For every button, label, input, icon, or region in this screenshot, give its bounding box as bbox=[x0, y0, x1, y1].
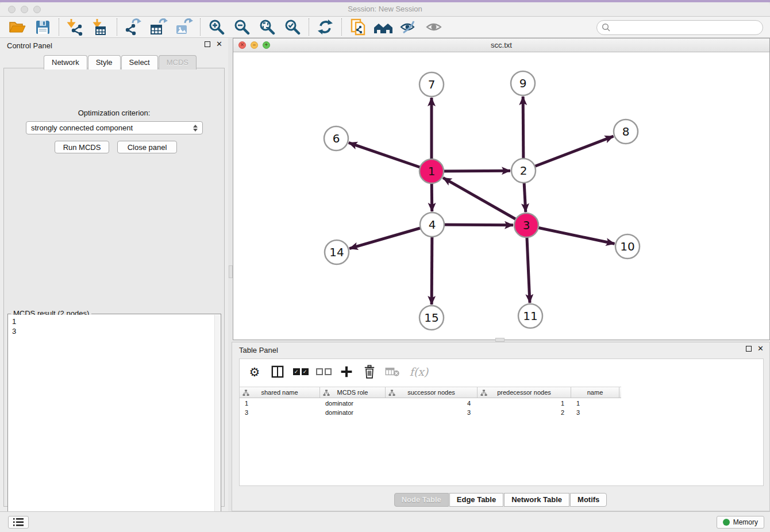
control-panel-tabs: Network Style Select MCDS bbox=[44, 55, 197, 70]
eye-icon bbox=[425, 20, 442, 34]
table-row[interactable]: 3 dominator 3 2 3 bbox=[240, 408, 763, 417]
graph-edges bbox=[349, 97, 615, 304]
table-settings-button[interactable]: ⚙ bbox=[245, 363, 264, 381]
column-header-mcds-role[interactable]: MCDS role bbox=[320, 387, 386, 398]
graph-node-label: 11 bbox=[523, 309, 537, 323]
tab-edge-table[interactable]: Edge Table bbox=[449, 493, 503, 507]
toolbar-separator bbox=[117, 18, 117, 36]
tab-style[interactable]: Style bbox=[88, 55, 121, 70]
houses-button[interactable] bbox=[371, 17, 396, 37]
zoom-fit-button[interactable] bbox=[255, 17, 280, 37]
refresh-button[interactable] bbox=[313, 17, 338, 37]
graph-node[interactable]: 11 bbox=[518, 304, 542, 328]
table-row[interactable]: 1 dominator 4 1 1 bbox=[240, 399, 763, 408]
graph-node[interactable]: 6 bbox=[324, 126, 348, 151]
graph-node[interactable]: 3 bbox=[514, 213, 538, 237]
toolbar-separator bbox=[59, 18, 59, 36]
import-network-button[interactable] bbox=[63, 17, 88, 37]
graph-edge[interactable] bbox=[349, 225, 432, 249]
memory-button[interactable]: Memory bbox=[717, 516, 764, 529]
column-header-name[interactable]: name bbox=[571, 387, 619, 398]
float-table-panel-icon[interactable] bbox=[746, 346, 752, 352]
task-history-button[interactable] bbox=[8, 516, 29, 529]
window-titlebar[interactable]: Session: New Session bbox=[0, 2, 770, 17]
graph-node[interactable]: 8 bbox=[614, 119, 638, 144]
column-header-shared-name[interactable]: shared name bbox=[240, 387, 320, 398]
tab-network[interactable]: Network bbox=[44, 55, 87, 70]
open-folder-icon bbox=[9, 20, 26, 34]
tab-motifs[interactable]: Motifs bbox=[570, 493, 607, 507]
export-network-button[interactable] bbox=[121, 17, 146, 37]
zoom-in-icon bbox=[209, 19, 225, 35]
horizontal-splitter-handle[interactable] bbox=[495, 338, 505, 342]
graph-edge[interactable] bbox=[443, 178, 526, 225]
graph-edge[interactable] bbox=[523, 136, 614, 171]
close-panel-icon[interactable]: ✕ bbox=[216, 41, 222, 47]
mcds-result-text[interactable]: 1 3 bbox=[9, 315, 214, 532]
zoom-selected-button[interactable] bbox=[280, 17, 305, 37]
column-header-predecessor-nodes[interactable]: predecessor nodes bbox=[478, 387, 571, 398]
graph-node-label: 8 bbox=[622, 125, 630, 138]
unselect-all-button[interactable] bbox=[314, 363, 333, 381]
graph-node[interactable]: 1 bbox=[419, 159, 444, 183]
close-table-panel-icon[interactable]: ✕ bbox=[757, 346, 764, 352]
import-network-icon bbox=[67, 18, 84, 36]
zoom-out-button[interactable] bbox=[229, 17, 255, 37]
graph-edge[interactable] bbox=[349, 142, 432, 171]
search-box[interactable] bbox=[596, 20, 763, 35]
criterion-value: strongly connected component bbox=[31, 124, 133, 132]
export-network-icon bbox=[125, 18, 142, 36]
graph-node[interactable]: 9 bbox=[511, 71, 535, 95]
network-window-titlebar[interactable]: ✕ − + scc.txt bbox=[233, 38, 769, 52]
close-panel-button[interactable]: Close panel bbox=[117, 141, 177, 153]
fx-icon: f(x) bbox=[410, 365, 429, 378]
open-session-button[interactable] bbox=[5, 17, 30, 37]
tab-network-table[interactable]: Network Table bbox=[504, 493, 569, 507]
houses-icon bbox=[374, 20, 393, 34]
tab-select[interactable]: Select bbox=[121, 55, 158, 70]
optimization-criterion-label: Optimization criterion: bbox=[4, 109, 224, 117]
graph-node[interactable]: 7 bbox=[419, 72, 444, 97]
delete-table-icon bbox=[385, 367, 400, 377]
float-panel-icon[interactable] bbox=[205, 41, 210, 47]
add-column-button[interactable] bbox=[337, 363, 356, 381]
export-image-button[interactable] bbox=[171, 17, 197, 37]
toolbar-separator bbox=[200, 18, 201, 36]
result-scrollbar[interactable] bbox=[214, 315, 220, 532]
import-table-button[interactable] bbox=[88, 17, 113, 37]
run-mcds-button[interactable]: Run MCDS bbox=[55, 141, 109, 153]
delete-column-button[interactable] bbox=[360, 363, 379, 381]
select-all-button[interactable]: ✓ ✓ bbox=[291, 363, 310, 381]
graph-edge[interactable] bbox=[526, 225, 614, 244]
table-header-row: shared name MCDS role successor nodes pr… bbox=[240, 387, 621, 398]
criterion-select[interactable]: strongly connected component bbox=[26, 121, 203, 134]
hide-details-button[interactable] bbox=[396, 17, 421, 37]
graph-node-label: 14 bbox=[329, 245, 344, 259]
column-tree-icon bbox=[242, 390, 249, 396]
graph-node[interactable]: 15 bbox=[419, 306, 444, 330]
export-table-button[interactable] bbox=[146, 17, 171, 37]
graph-node-label: 1 bbox=[428, 164, 436, 178]
destroy-table-button[interactable] bbox=[383, 363, 402, 381]
graph-node[interactable]: 14 bbox=[325, 240, 349, 264]
column-header-successor-nodes[interactable]: successor nodes bbox=[386, 387, 478, 398]
vertical-splitter-handle[interactable] bbox=[229, 265, 233, 278]
save-floppy-icon bbox=[35, 20, 51, 35]
show-columns-button[interactable] bbox=[268, 363, 287, 381]
tab-node-table[interactable]: Node Table bbox=[394, 493, 449, 507]
graph-node[interactable]: 2 bbox=[511, 159, 536, 183]
show-details-button[interactable] bbox=[421, 17, 446, 37]
graph-node[interactable]: 10 bbox=[615, 234, 640, 259]
clone-network-button[interactable] bbox=[345, 17, 371, 37]
zoom-in-button[interactable] bbox=[204, 17, 229, 37]
function-builder-button[interactable]: f(x) bbox=[406, 363, 432, 381]
import-table-icon bbox=[92, 18, 109, 36]
refresh-icon bbox=[317, 19, 333, 35]
network-canvas[interactable]: 1234678910111415 bbox=[233, 52, 769, 340]
save-session-button[interactable] bbox=[30, 17, 55, 37]
graph-node[interactable]: 4 bbox=[420, 213, 444, 237]
tab-mcds[interactable]: MCDS bbox=[159, 55, 197, 70]
list-icon bbox=[13, 518, 24, 527]
control-panel: Control Panel ✕ Network Style Select MCD… bbox=[0, 38, 228, 511]
application-window: Session: New Session bbox=[0, 0, 770, 532]
